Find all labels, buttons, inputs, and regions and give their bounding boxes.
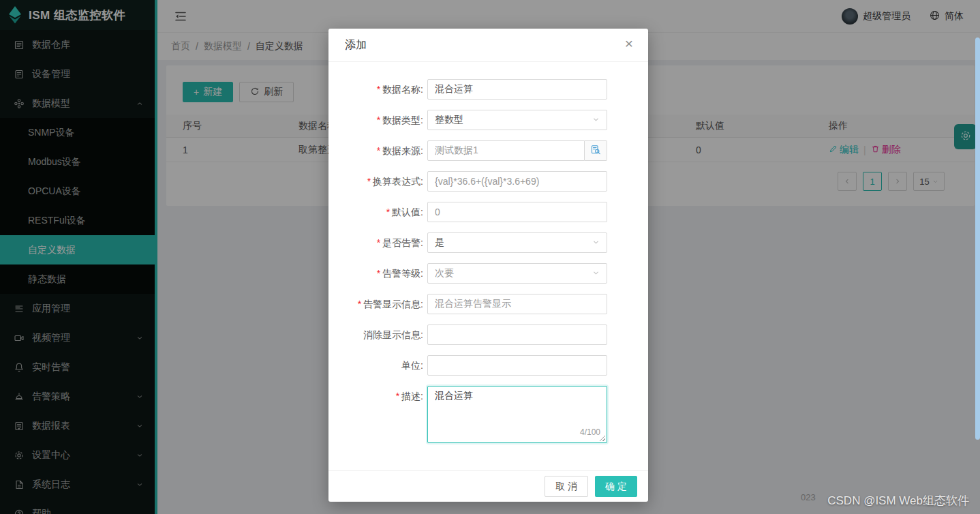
expression-input[interactable] xyxy=(427,171,607,192)
field-data-source: *数据来源: xyxy=(328,140,648,161)
required-mark: * xyxy=(377,115,380,125)
alarm-enabled-select[interactable]: 是 xyxy=(427,232,607,253)
watermark: CSDN @ISM Web组态软件 xyxy=(827,493,969,509)
required-mark: * xyxy=(396,391,399,402)
field-label: 告警显示信息: xyxy=(363,299,423,309)
field-label: 单位: xyxy=(401,360,423,371)
required-mark: * xyxy=(377,268,380,279)
dialog-form: *数据名称: *数据类型: 整数型 *数据来源: xyxy=(328,62,648,470)
field-label: 数据名称: xyxy=(382,84,423,95)
required-mark: * xyxy=(358,299,361,309)
field-label: 数据来源: xyxy=(382,145,423,156)
field-data-type: *数据类型: 整数型 xyxy=(328,110,648,130)
field-data-name: *数据名称: xyxy=(328,79,648,100)
select-value: 整数型 xyxy=(435,114,463,126)
dialog-header: 添加 × xyxy=(328,29,648,62)
field-label: 默认值: xyxy=(392,207,423,217)
field-label: 是否告警: xyxy=(382,237,423,248)
cancel-button[interactable]: 取 消 xyxy=(545,476,588,497)
unit-input[interactable] xyxy=(427,355,607,376)
field-unit: 单位: xyxy=(328,355,648,376)
chevron-down-icon xyxy=(592,115,600,125)
ok-button[interactable]: 确 定 xyxy=(595,476,637,497)
field-label: 描述: xyxy=(401,391,423,402)
field-clear-message: 消除显示信息: xyxy=(328,324,648,345)
chevron-down-icon xyxy=(592,268,600,279)
clear-message-input[interactable] xyxy=(427,324,607,345)
field-description: *描述: 4/100 xyxy=(328,386,648,443)
add-dialog: 添加 × *数据名称: *数据类型: 整数型 *数据来源: xyxy=(328,29,648,502)
required-mark: * xyxy=(377,237,380,248)
field-label: 数据类型: xyxy=(382,115,423,125)
alarm-message-input[interactable] xyxy=(427,294,607,314)
field-label: 告警等级: xyxy=(382,268,423,279)
required-mark: * xyxy=(377,145,380,156)
dialog-footer: 取 消 确 定 xyxy=(328,470,648,502)
field-label: 换算表达式: xyxy=(373,176,423,187)
required-mark: * xyxy=(386,207,390,217)
alarm-level-select[interactable]: 次要 xyxy=(427,263,607,284)
data-source-picker-button[interactable] xyxy=(585,140,607,161)
field-alarm-level: *告警等级: 次要 xyxy=(328,263,648,284)
chevron-down-icon xyxy=(592,237,600,248)
data-type-select[interactable]: 整数型 xyxy=(427,110,607,130)
field-default-value: *默认值: xyxy=(328,202,648,222)
file-search-icon xyxy=(590,145,601,157)
field-expression: *换算表达式: xyxy=(328,171,648,192)
app-window: ISM 组态监控软件 数据仓库 设备管理 数据模型 SNMP设备 M xyxy=(0,0,980,514)
default-value-input[interactable] xyxy=(427,202,607,222)
field-label: 消除显示信息: xyxy=(363,329,423,340)
required-mark: * xyxy=(367,176,371,187)
select-value: 次要 xyxy=(435,267,454,279)
field-alarm-enabled: *是否告警: 是 xyxy=(328,232,648,253)
char-counter: 4/100 xyxy=(580,427,600,437)
data-name-input[interactable] xyxy=(427,79,607,100)
required-mark: * xyxy=(377,84,380,95)
select-value: 是 xyxy=(435,237,444,249)
field-alarm-message: *告警显示信息: xyxy=(328,294,648,314)
data-source-input[interactable] xyxy=(427,140,585,161)
dialog-title: 添加 xyxy=(345,38,367,52)
close-icon[interactable]: × xyxy=(621,35,637,52)
scrollbar-thumb[interactable] xyxy=(975,37,980,440)
